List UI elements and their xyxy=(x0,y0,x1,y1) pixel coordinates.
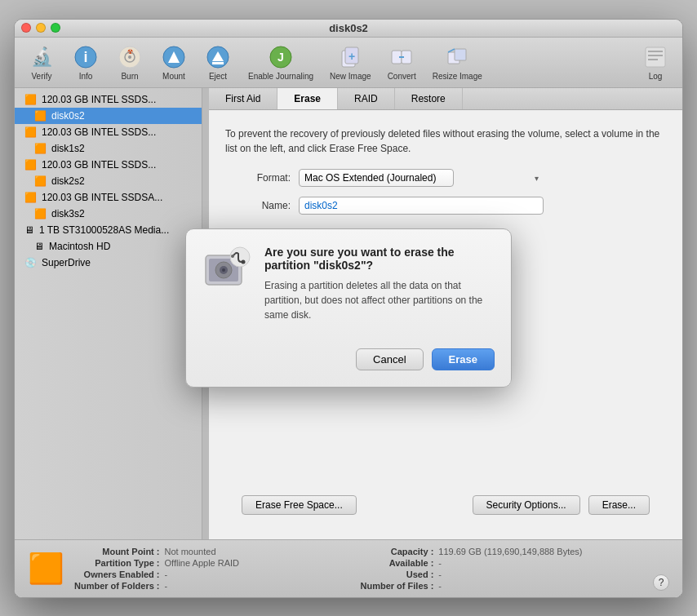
erase-dialog: Are you sure you want to erase the parti… xyxy=(185,228,512,388)
svg-point-30 xyxy=(242,260,246,264)
dialog-erase-button[interactable]: Erase xyxy=(432,348,495,370)
svg-point-28 xyxy=(222,268,225,272)
dialog-title: Are you sure you want to erase the parti… xyxy=(264,246,495,272)
dialog-cancel-button[interactable]: Cancel xyxy=(356,348,423,370)
svg-point-31 xyxy=(231,255,234,258)
dialog-text: Are you sure you want to erase the parti… xyxy=(264,246,495,322)
dialog-header: Are you sure you want to erase the parti… xyxy=(202,246,495,322)
dialog-icon xyxy=(202,246,251,295)
dialog-overlay: Are you sure you want to erase the parti… xyxy=(0,0,697,616)
dialog-buttons: Cancel Erase xyxy=(202,348,495,370)
dialog-message: Erasing a partition deletes all the data… xyxy=(264,278,495,322)
